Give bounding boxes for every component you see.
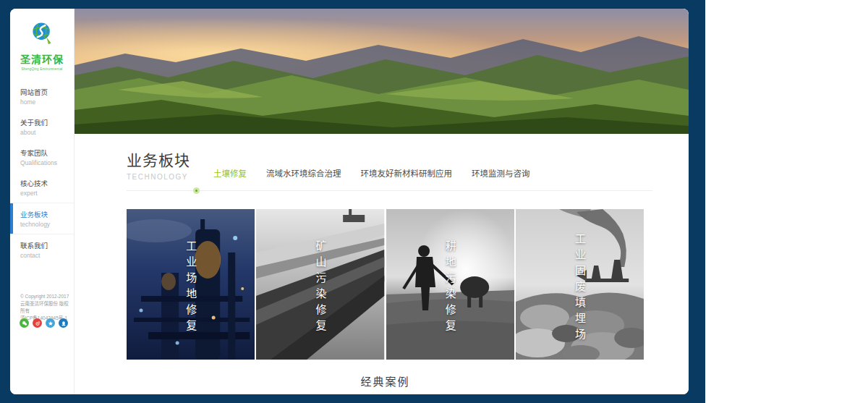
nav-sublabel: expert: [20, 190, 71, 197]
copyright-line: 云南圣清环保股份 版权所有: [20, 300, 72, 315]
card-industrial-site-remediation[interactable]: 工业场地修复: [127, 209, 255, 360]
nav-sublabel: about: [20, 129, 71, 136]
nav-label: 核心技术: [20, 178, 71, 188]
page: 圣清环保 ShengQing Environmental 网站首页 home 关…: [10, 9, 689, 394]
copyright-block: © Copyright 2012-2017 云南圣清环保股份 版权所有 滇ICP…: [20, 293, 72, 322]
wechat-icon[interactable]: [20, 318, 29, 328]
business-cards: 工业场地修复: [127, 209, 644, 360]
qzone-icon[interactable]: [46, 318, 55, 328]
hero-mountain-image: [75, 9, 689, 134]
tab-monitoring-consulting[interactable]: 环境监测与咨询: [472, 167, 530, 179]
weibo-icon[interactable]: [33, 318, 42, 328]
tab-watershed-treatment[interactable]: 流域水环境综合治理: [266, 167, 341, 179]
nav-sublabel: Qualifications: [20, 159, 71, 166]
tab-eco-materials[interactable]: 环境友好新材料研制应用: [361, 167, 453, 179]
sidebar-item-home[interactable]: 网站首页 home: [10, 81, 74, 111]
sidebar-item-expert[interactable]: 核心技术 expert: [10, 172, 74, 203]
globe-logo-icon: [29, 36, 55, 48]
tab-divider: [127, 190, 652, 191]
card-industrial-solid-waste-landfill[interactable]: 工业固废填埋场: [516, 209, 644, 360]
qq-icon[interactable]: [59, 318, 68, 328]
card-farmland-pollution-remediation[interactable]: 耕地污染修复: [386, 209, 514, 360]
next-section-title: 经典案例: [127, 373, 644, 389]
sidebar-item-contact[interactable]: 联系我们 contact: [10, 234, 74, 265]
nav-sublabel: home: [20, 98, 71, 106]
copyright-line: © Copyright 2012-2017: [20, 293, 72, 300]
nav-label: 网站首页: [20, 87, 71, 97]
main-content: 业务板块 TECHNOLOGY 土壤修复 流域水环境综合治理 环境友好新材料研制…: [75, 9, 689, 394]
section-subtitle: TECHNOLOGY: [127, 173, 190, 181]
sidebar-item-about[interactable]: 关于我们 about: [10, 111, 74, 142]
logo[interactable]: 圣清环保 ShengQing Environmental: [10, 9, 74, 71]
nav-label: 专家团队: [20, 148, 71, 158]
sidebar-item-technology[interactable]: 业务板块 technology: [10, 203, 74, 234]
technology-section: 业务板块 TECHNOLOGY 土壤修复 流域水环境综合治理 环境友好新材料研制…: [75, 134, 689, 389]
active-indicator-bar: [10, 203, 13, 234]
logo-title: 圣清环保: [10, 51, 74, 66]
card-label: 耕地污染修复: [443, 240, 458, 336]
card-mine-pollution-remediation[interactable]: 矿山污染修复: [256, 209, 384, 360]
section-title: 业务板块: [127, 148, 190, 170]
logo-subtitle: ShengQing Environmental: [10, 67, 74, 71]
nav-label: 联系我们: [20, 240, 71, 250]
nav-label: 业务板块: [20, 209, 71, 219]
card-label: 工业固废填埋场: [572, 233, 587, 344]
tab-soil-remediation[interactable]: 土壤修复: [213, 167, 247, 179]
card-label: 矿山污染修复: [312, 240, 328, 336]
active-tab-marker-icon: [193, 187, 200, 194]
nav-label: 关于我们: [20, 117, 71, 127]
nav-sublabel: technology: [20, 221, 71, 228]
technology-tabs: 土壤修复 流域水环境综合治理 环境友好新材料研制应用 环境监测与咨询: [213, 167, 530, 181]
social-links: [20, 318, 68, 328]
card-label: 工业场地修复: [183, 240, 198, 336]
sidebar-item-qualifications[interactable]: 专家团队 Qualifications: [10, 142, 74, 172]
sidebar-nav: 网站首页 home 关于我们 about 专家团队 Qualifications…: [10, 81, 74, 265]
nav-sublabel: contact: [20, 252, 71, 259]
sidebar: 圣清环保 ShengQing Environmental 网站首页 home 关…: [10, 9, 75, 394]
